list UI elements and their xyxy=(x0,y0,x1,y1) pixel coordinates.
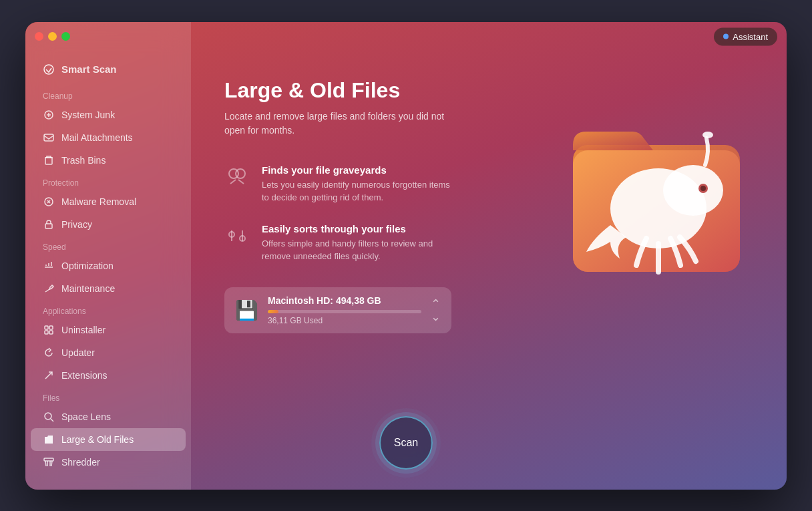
scan-button[interactable]: Scan xyxy=(379,416,433,470)
space-lens-icon xyxy=(43,411,55,423)
drive-progress-bar xyxy=(268,310,421,313)
drive-name: Macintosh HD: 494,38 GB xyxy=(268,295,421,306)
sidebar-item-malware-removal[interactable]: Malware Removal xyxy=(31,190,186,213)
svg-point-15 xyxy=(236,169,245,178)
system-junk-icon xyxy=(43,109,55,121)
svg-rect-5 xyxy=(45,224,52,228)
svg-point-25 xyxy=(700,186,706,191)
sidebar-maintenance-label: Maintenance xyxy=(61,283,115,294)
extensions-icon xyxy=(43,369,55,381)
svg-rect-3 xyxy=(45,158,52,164)
sidebar-section-files: Files xyxy=(25,387,191,405)
svg-point-26 xyxy=(702,132,713,138)
malware-removal-icon xyxy=(43,196,55,208)
sidebar-uninstaller-label: Uninstaller xyxy=(61,325,106,335)
drive-disk-icon: 💾 xyxy=(235,299,258,321)
maximize-button[interactable] xyxy=(61,32,70,41)
svg-rect-9 xyxy=(45,331,48,334)
uninstaller-icon xyxy=(43,324,55,336)
sidebar-section-cleanup: Cleanup xyxy=(25,85,191,104)
titlebar: Assistant xyxy=(25,22,787,51)
sidebar-system-junk-label: System Junk xyxy=(61,110,115,120)
feature-item-sorts: Easily sorts through your files Offers s… xyxy=(224,223,478,263)
svg-point-11 xyxy=(45,413,51,419)
sidebar-trash-bins-label: Trash Bins xyxy=(61,155,106,166)
sidebar-mail-attachments-label: Mail Attachments xyxy=(61,132,133,143)
folder-illustration-container xyxy=(560,92,753,285)
sidebar-item-space-lens[interactable]: Space Lens xyxy=(31,405,186,428)
svg-line-12 xyxy=(51,419,53,421)
privacy-icon xyxy=(43,218,55,230)
svg-rect-13 xyxy=(44,458,53,461)
sidebar-item-system-junk[interactable]: System Junk xyxy=(31,104,186,126)
sidebar-section-protection: Protection xyxy=(25,172,191,190)
svg-point-23 xyxy=(663,165,723,216)
drive-selector[interactable]: 💾 Macintosh HD: 494,38 GB 36,11 GB Used … xyxy=(224,287,451,333)
shredder-icon xyxy=(43,456,55,468)
page-subtitle: Locate and remove large files and folder… xyxy=(224,110,451,138)
sidebar-item-privacy[interactable]: Privacy xyxy=(31,213,186,236)
mail-attachments-icon xyxy=(43,132,55,144)
sidebar-malware-removal-label: Malware Removal xyxy=(61,196,136,207)
svg-rect-2 xyxy=(44,134,53,141)
drive-used-label: 36,11 GB Used xyxy=(268,316,421,325)
sidebar-item-shredder[interactable]: Shredder xyxy=(31,451,186,474)
sidebar-large-old-files-label: Large & Old Files xyxy=(61,434,134,445)
features-list: Finds your file graveyards Lets you easi… xyxy=(224,164,478,263)
minimize-button[interactable] xyxy=(48,32,57,41)
sidebar-smart-scan-label: Smart Scan xyxy=(61,63,117,75)
feature-graveyards-title: Finds your file graveyards xyxy=(262,164,455,176)
svg-rect-7 xyxy=(45,326,48,329)
large-old-files-icon xyxy=(43,434,55,446)
sidebar-privacy-label: Privacy xyxy=(61,219,92,230)
sidebar-item-smart-scan[interactable]: Smart Scan xyxy=(31,58,186,81)
drive-progress-fill xyxy=(268,310,278,313)
sidebar-section-applications: Applications xyxy=(25,300,191,319)
traffic-lights xyxy=(35,32,70,41)
sidebar-item-maintenance[interactable]: Maintenance xyxy=(31,277,186,300)
optimization-icon xyxy=(43,260,55,272)
maintenance-icon xyxy=(43,283,55,295)
smart-scan-icon xyxy=(43,63,55,75)
sidebar-item-trash-bins[interactable]: Trash Bins xyxy=(31,149,186,172)
sidebar-shredder-label: Shredder xyxy=(61,457,100,468)
sidebar-item-large-old-files[interactable]: Large & Old Files xyxy=(31,428,186,451)
feature-item-graveyards: Finds your file graveyards Lets you easi… xyxy=(224,164,478,204)
feature-graveyards-icon xyxy=(224,164,250,190)
assistant-button[interactable]: Assistant xyxy=(714,27,777,45)
sidebar-item-extensions[interactable]: Extensions xyxy=(31,364,186,387)
assistant-button-label: Assistant xyxy=(733,31,768,41)
app-window: Assistant Smart Scan Cleanup Syst xyxy=(25,22,787,490)
svg-rect-10 xyxy=(49,331,53,334)
sidebar-updater-label: Updater xyxy=(61,347,95,358)
feature-sorts-desc: Offers simple and handy filters to revie… xyxy=(262,237,455,263)
scan-button-label: Scan xyxy=(394,437,418,449)
feature-graveyards-desc: Lets you easily identify numerous forgot… xyxy=(262,178,455,204)
trash-bins-icon xyxy=(43,154,55,166)
sidebar: Smart Scan Cleanup System Junk Mail Atta… xyxy=(25,22,191,490)
sidebar-item-uninstaller[interactable]: Uninstaller xyxy=(31,319,186,341)
sidebar-item-updater[interactable]: Updater xyxy=(31,341,186,364)
sidebar-extensions-label: Extensions xyxy=(61,370,107,381)
scan-button-container: Scan xyxy=(379,416,433,470)
close-button[interactable] xyxy=(35,32,43,41)
sidebar-optimization-label: Optimization xyxy=(61,261,114,271)
drive-chevron-icon: ⌃ ⌃ xyxy=(431,298,441,322)
feature-sorts-icon xyxy=(224,223,250,248)
updater-icon xyxy=(43,347,55,359)
drive-info: Macintosh HD: 494,38 GB 36,11 GB Used xyxy=(268,295,421,325)
feature-sorts-title: Easily sorts through your files xyxy=(262,223,455,234)
assistant-status-dot xyxy=(723,34,729,39)
main-content: Large & Old Files Locate and remove larg… xyxy=(191,51,787,490)
sidebar-item-optimization[interactable]: Optimization xyxy=(31,254,186,277)
sidebar-item-mail-attachments[interactable]: Mail Attachments xyxy=(31,126,186,149)
sidebar-section-speed: Speed xyxy=(25,236,191,254)
svg-rect-8 xyxy=(49,326,53,329)
sidebar-space-lens-label: Space Lens xyxy=(61,411,111,422)
